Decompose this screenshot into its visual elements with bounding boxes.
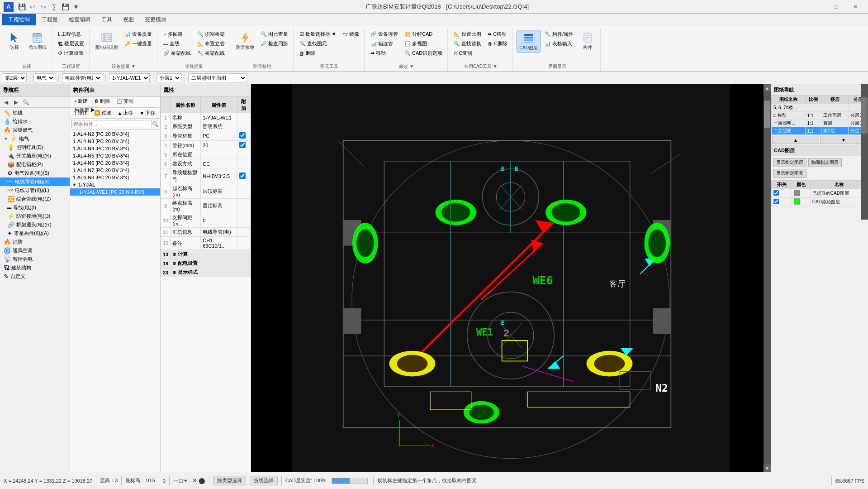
comp-item-al4-n2[interactable]: 1-AL4-N2 [PC 20 BV-3*4]	[70, 130, 160, 138]
prop-val-12[interactable]: CH1-63C10/1...	[201, 237, 237, 250]
comp-item-al4-n5[interactable]: 1-AL4-N5 [PC 20 BV-3*4]	[70, 152, 160, 159]
prop-check-3[interactable]	[237, 131, 250, 141]
prop-group-display[interactable]: 23 ⊕ 显示样式	[161, 268, 251, 277]
ribbon-btn-ident-bridge[interactable]: 🔍 识别桥架	[195, 30, 227, 38]
element-select[interactable]: 1-YJAL-WE1	[109, 73, 150, 82]
nav-item-equip-elec[interactable]: ⚙ 电气设备(电)(S)	[0, 169, 70, 177]
comp-new-btn[interactable]: + 新建	[71, 97, 90, 105]
hide-specified-layers-btn[interactable]: 隐藏指定图层	[808, 158, 842, 167]
redo-quick-btn[interactable]: ↪	[39, 2, 48, 11]
ribbon-btn-set-pipe[interactable]: 📐 布置立管	[195, 39, 227, 48]
ribbon-btn-cad-id-option[interactable]: 🔍 CAD识别选项	[402, 49, 445, 58]
prop-check-7[interactable]	[237, 168, 250, 184]
prop-val-10[interactable]: 0	[201, 213, 237, 228]
maximize-button[interactable]: □	[827, 2, 845, 12]
menu-tab-change[interactable]: 变更模块	[139, 14, 172, 25]
snap-icon-6[interactable]: ⬤	[199, 477, 205, 484]
drawing-row-4[interactable]: 二层照明... 1:1 第2层 分层1	[772, 127, 868, 135]
close-button[interactable]: ✕	[846, 2, 864, 12]
nav-item-busbar[interactable]: ═ 母线(电)(I)	[0, 203, 70, 212]
ribbon-btn-find-elem[interactable]: 🔍 查找图元	[297, 39, 339, 48]
nav-item-drain[interactable]: 💧 给排水	[0, 117, 70, 126]
right-scroll-thumb[interactable]	[861, 97, 868, 134]
nav-item-light[interactable]: 💡 照明灯具(D)	[0, 143, 70, 152]
ribbon-btn-eng-info[interactable]: ℹ 工程信息	[56, 30, 86, 38]
ribbon-btn-lightning-ground[interactable]: 防雷接地	[234, 30, 256, 52]
polyline-select-btn[interactable]: 折线选择	[250, 476, 278, 485]
show-specified-elem-btn[interactable]: 显示指定图元	[773, 169, 806, 178]
zoom-slider[interactable]	[332, 478, 368, 484]
comp-item-yjal-we1[interactable]: 1-YJAL-WE1 [PC 20 NH-BV3	[70, 188, 160, 196]
comp-up-btn[interactable]: ▲ 上移	[115, 109, 136, 117]
snap-icon-3[interactable]: +	[184, 477, 188, 484]
ribbon-btn-decomp-cad[interactable]: 💥 分解CAD	[402, 30, 445, 38]
prop-val-2[interactable]: 照明系统	[201, 122, 237, 131]
comp-group-yjal[interactable]: ▼ 1-YJAL	[70, 181, 160, 188]
drawing-row-3[interactable]: 一层照明... 1:1 首层 分层1	[772, 120, 868, 127]
ribbon-btn-add-drawing[interactable]: + 添加图纸	[26, 30, 49, 52]
scroll-thumb-v[interactable]	[764, 101, 770, 128]
comp-item-al4-n3[interactable]: 1-AL4-N3 [PC 20 BV-3*4]	[70, 138, 160, 145]
comp-search-input[interactable]	[71, 120, 152, 128]
view-select[interactable]: 二层照明平面图	[188, 73, 247, 82]
drawing-row-2[interactable]: □ 模型 1:1 工作面层 分层1	[772, 112, 868, 120]
floor-select[interactable]: 第2层	[2, 73, 27, 82]
ribbon-btn-straight[interactable]: — 直线	[161, 39, 193, 48]
ribbon-btn-device-qty[interactable]: 📊 设备提量	[122, 30, 154, 38]
menu-tab-check[interactable]: 检查编辑	[63, 14, 96, 25]
ribbon-btn-one-key[interactable]: 🔑 一键提量	[122, 39, 154, 48]
nav-item-panel[interactable]: 📦 配电箱柜(P)	[0, 160, 70, 169]
ribbon-btn-multi-view[interactable]: 📋 多视图	[402, 39, 445, 48]
nav-item-switch[interactable]: 🔌 开关插座(电)(K)	[0, 152, 70, 160]
snap-icon-2[interactable]: □	[179, 477, 183, 484]
scroll-up-btn[interactable]: ▲	[764, 84, 771, 91]
save-btn2[interactable]: 💾	[61, 2, 70, 11]
drawing-row-1[interactable]: 5, 6, 7#楼...	[772, 104, 868, 112]
cad-canvas[interactable]: 2 E E E WE6 WE1 客厅 N2	[251, 84, 771, 472]
menu-tab-engineering-draw[interactable]: 工程绘制	[2, 14, 36, 25]
prop-val-11[interactable]: 电线导管(电)	[201, 228, 237, 237]
prop-val-6[interactable]: CC	[201, 159, 237, 168]
ribbon-btn-component[interactable]: 构件	[578, 30, 598, 52]
comp-sort-btn[interactable]: ↕ 排序	[71, 109, 90, 117]
nav-item-fire[interactable]: 🔥 消防	[0, 238, 70, 246]
ribbon-btn-bridge-wire[interactable]: 🔗 桥架配线	[161, 49, 193, 58]
right-scrollbar[interactable]	[861, 84, 868, 220]
nav-tb-collapse[interactable]: ◀	[1, 98, 10, 106]
comp-copy-btn[interactable]: 📋 复制	[114, 97, 136, 105]
nav-item-conduit-l[interactable]: 〰 电线导管(电)(L)	[0, 186, 70, 195]
snap-icon-4[interactable]: -	[189, 477, 190, 484]
nav-tb-expand[interactable]: ▶	[11, 98, 20, 106]
prop-val-5[interactable]	[201, 150, 237, 159]
ribbon-btn-floor-setting[interactable]: 🏗 楼层设置	[56, 39, 86, 48]
cad-canvas-area[interactable]: 2 E E E WE6 WE1 客厅 N2	[251, 84, 771, 472]
ribbon-btn-bridge-wire2[interactable]: 🔧 桥架配线	[195, 49, 227, 58]
comp-delete-btn[interactable]: 🗑 删除	[91, 97, 113, 105]
prop-val-3[interactable]: PC	[201, 131, 237, 141]
ribbon-btn-c-move[interactable]: ➡ C移动	[485, 30, 510, 38]
menu-tab-view[interactable]: 视图	[118, 14, 139, 25]
ribbon-btn-comp-prop[interactable]: 🔧 构件/属性	[542, 30, 576, 38]
comp-item-al4-n7[interactable]: 1-AL4-N7 [PC 20 BV-3*4]	[70, 167, 160, 174]
prop-check-4[interactable]	[237, 141, 250, 150]
scroll-down-btn[interactable]: ▼	[764, 465, 771, 472]
nav-item-lightning-j[interactable]: ⚡ 防雷接地(电)(J)	[0, 212, 70, 221]
nav-tb-search[interactable]: 🔍	[21, 98, 30, 106]
ribbon-btn-elem-qty[interactable]: 🔍 图元查量	[258, 30, 290, 38]
system-select[interactable]: 电气	[33, 73, 55, 82]
nav-item-hvac[interactable]: 🌀 通风空调	[0, 246, 70, 255]
layer-on-1[interactable]	[772, 189, 792, 198]
ribbon-btn-delete[interactable]: 🗑 删除	[297, 49, 339, 58]
minimize-button[interactable]: ─	[808, 2, 826, 12]
nav-item-misc[interactable]: ✦ 零星构件(电)(A)	[0, 229, 70, 238]
snap-icon-1[interactable]: ▱	[173, 477, 178, 484]
undo-quick-btn[interactable]: ↩	[28, 2, 37, 11]
nav-item-struct[interactable]: 🏗 建筑结构	[0, 264, 70, 272]
prop-val-7[interactable]: NH-BV3*2.5	[201, 168, 237, 184]
ribbon-btn-mirror[interactable]: ⮀ 镜像	[341, 30, 361, 38]
prop-group-calc[interactable]: 13 ⊕ 计算	[161, 250, 251, 259]
nav-item-smart[interactable]: 📡 智控弱电	[0, 255, 70, 264]
cross-type-select-btn[interactable]: 跨类型选择	[213, 476, 246, 485]
comp-item-al4-n8[interactable]: 1-AL4-N8 [PC 20 BV-3*4]	[70, 174, 160, 181]
ribbon-btn-move[interactable]: ➡ 移动	[368, 49, 400, 58]
